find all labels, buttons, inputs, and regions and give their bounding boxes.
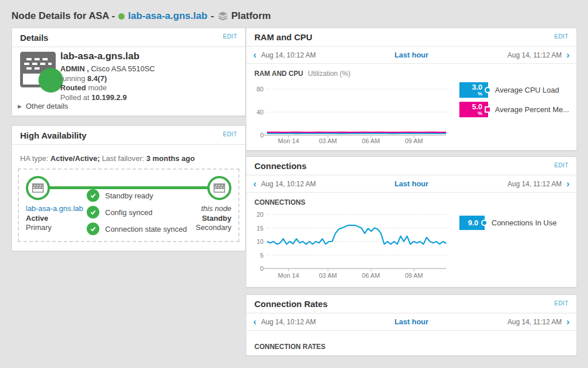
- ram-cpu-chart[interactable]: 04080Mon 1403 AM06 AM09 AM: [251, 79, 449, 150]
- page-title-text: Node Details for ASA -: [11, 10, 115, 22]
- time-range-button[interactable]: Last hour: [345, 179, 478, 188]
- ha-primary-role: Primary: [26, 223, 89, 233]
- time-prev-icon[interactable]: ‹: [253, 50, 257, 60]
- os-version: 8.4(7): [87, 74, 107, 83]
- firewall-device-icon: [20, 52, 56, 89]
- node-status-up-icon: [118, 13, 125, 20]
- svg-text:40: 40: [257, 109, 264, 116]
- circle-marker-icon: [481, 220, 488, 226]
- time-next-icon[interactable]: ›: [566, 317, 570, 327]
- legend-item-cpu: 3.0 % Average CPU Load: [459, 82, 571, 98]
- connection-rates-timebar: ‹ Aug 14, 10:12 AM Last hour Aug 14, 11:…: [246, 313, 577, 331]
- ha-check-label: Connection state synced: [105, 225, 187, 233]
- time-from: Aug 14, 10:12 AM: [261, 180, 316, 188]
- connections-card: Connections EDIT ‹ Aug 14, 10:12 AM Last…: [246, 156, 577, 288]
- svg-text:80: 80: [257, 86, 264, 93]
- polled-ip: 10.199.2.9: [91, 93, 126, 102]
- time-range-button[interactable]: Last hour: [345, 317, 478, 326]
- details-edit-button[interactable]: EDIT: [223, 33, 237, 40]
- ha-summary: HA type: Active/Active; Last failover: 3…: [12, 145, 245, 168]
- time-next-icon[interactable]: ›: [566, 50, 570, 60]
- device-status-up-icon: [38, 68, 63, 93]
- failover-label: Last failover:: [102, 154, 144, 163]
- connections-legend-label: Connections In Use: [492, 218, 556, 227]
- device-role: ADMIN ,: [60, 64, 89, 73]
- svg-text:5: 5: [260, 252, 264, 259]
- memory-legend-label: Average Percent Me...: [495, 105, 569, 114]
- cpu-legend-label: Average CPU Load: [495, 86, 559, 94]
- svg-text:03 AM: 03 AM: [319, 137, 336, 144]
- high-availability-card: High Availability EDIT HA type: Active/A…: [11, 125, 246, 251]
- ha-primary-node-link[interactable]: lab-asa-a.gns.lab: [26, 204, 89, 214]
- connections-card-title: Connections: [254, 161, 307, 171]
- other-details-label: Other details: [26, 102, 68, 110]
- ha-check-row: Config synced: [87, 206, 187, 218]
- time-to: Aug 14, 11:12 AM: [508, 318, 562, 326]
- layers-icon: [218, 12, 228, 21]
- circle-marker-icon: [485, 87, 491, 93]
- ram-cpu-edit-button[interactable]: EDIT: [554, 33, 568, 40]
- details-card: Details EDIT lab-asa-a.gns.lab ADMIN , C…: [11, 28, 246, 116]
- connection-rates-card-title: Connection Rates: [254, 299, 328, 309]
- ha-node-primary: lab-asa-a.gns.lab Active Primary: [26, 176, 89, 233]
- ha-card-title: High Availability: [20, 131, 87, 140]
- ha-check-list: Standby ready Config synced Connection s…: [87, 189, 187, 235]
- check-icon: [87, 189, 99, 202]
- connections-edit-button[interactable]: EDIT: [554, 162, 568, 168]
- ram-cpu-chart-label: RAM AND CPU Utilization (%): [246, 64, 577, 79]
- time-range-button[interactable]: Last hour: [345, 51, 478, 59]
- svg-text:20: 20: [257, 211, 264, 218]
- cpu-value-badge: 3.0 %: [459, 82, 488, 98]
- ram-cpu-card: RAM and CPU EDIT ‹ Aug 14, 10:12 AM Last…: [246, 28, 577, 151]
- connection-rates-chart-label: CONNECTION RATES: [246, 331, 577, 352]
- ha-check-label: Standby ready: [105, 191, 153, 200]
- running-label: running: [60, 74, 85, 83]
- ha-primary-state: Active: [26, 214, 89, 224]
- svg-text:06 AM: 06 AM: [362, 137, 380, 144]
- connections-timebar: ‹ Aug 14, 10:12 AM Last hour Aug 14, 11:…: [246, 175, 577, 193]
- ha-edit-button[interactable]: EDIT: [223, 131, 237, 137]
- svg-text:Mon 14: Mon 14: [278, 272, 299, 279]
- mode-value: Routed: [60, 83, 86, 92]
- time-to: Aug 14, 11:12 AM: [508, 180, 562, 188]
- svg-text:06 AM: 06 AM: [362, 272, 380, 279]
- device-model: Cisco ASA 5510SC: [91, 64, 154, 73]
- device-name: lab-asa-a.gns.lab: [60, 51, 155, 62]
- memory-value-badge: 5.0 %: [459, 102, 488, 117]
- time-prev-icon[interactable]: ‹: [253, 317, 257, 327]
- ha-type-label: HA type:: [20, 154, 48, 163]
- svg-text:09 AM: 09 AM: [405, 137, 423, 144]
- connections-chart-label: CONNECTIONS: [246, 193, 577, 208]
- connection-rates-edit-button[interactable]: EDIT: [554, 300, 568, 306]
- details-card-title: Details: [20, 33, 48, 43]
- legend-item-memory: 5.0 % Average Percent Me...: [459, 102, 571, 117]
- polled-label: Polled at: [60, 93, 90, 102]
- expand-triangle-icon: ▶: [18, 103, 22, 109]
- ha-primary-device-icon: [26, 176, 50, 200]
- legend-item-connections: 9.0 Connections In Use: [459, 216, 571, 230]
- ha-check-row: Connection state synced: [87, 223, 187, 235]
- page-title: Node Details for ASA - lab-asa-a.gns.lab…: [11, 9, 271, 23]
- ha-type-value: Active/Active;: [51, 154, 100, 163]
- ha-check-row: Standby ready: [87, 189, 187, 202]
- connection-rates-card: Connection Rates EDIT ‹ Aug 14, 10:12 AM…: [246, 294, 577, 356]
- ha-check-label: Config synced: [105, 208, 152, 217]
- svg-text:09 AM: 09 AM: [405, 272, 423, 279]
- connections-chart[interactable]: 05101520Mon 1403 AM06 AM09 AM: [251, 208, 449, 285]
- ha-secondary-device-icon: [207, 176, 231, 200]
- svg-text:03 AM: 03 AM: [319, 272, 336, 279]
- time-to: Aug 14, 11:12 AM: [508, 51, 562, 59]
- ram-cpu-timebar: ‹ Aug 14, 10:12 AM Last hour Aug 14, 11:…: [246, 47, 577, 64]
- title-dash: -: [211, 10, 214, 22]
- time-from: Aug 14, 10:12 AM: [261, 51, 316, 59]
- time-prev-icon[interactable]: ‹: [253, 179, 257, 189]
- ha-diagram: lab-asa-a.gns.lab Active Primary this no…: [18, 168, 239, 242]
- node-name-link[interactable]: lab-asa-a.gns.lab: [128, 10, 207, 22]
- svg-text:10: 10: [257, 238, 264, 245]
- time-from: Aug 14, 10:12 AM: [261, 318, 316, 326]
- mode-label: mode: [88, 83, 107, 92]
- other-details-toggle[interactable]: ▶ Other details: [18, 102, 68, 110]
- svg-text:15: 15: [257, 225, 264, 232]
- time-next-icon[interactable]: ›: [566, 179, 570, 189]
- connections-legend: 9.0 Connections In Use: [449, 208, 571, 285]
